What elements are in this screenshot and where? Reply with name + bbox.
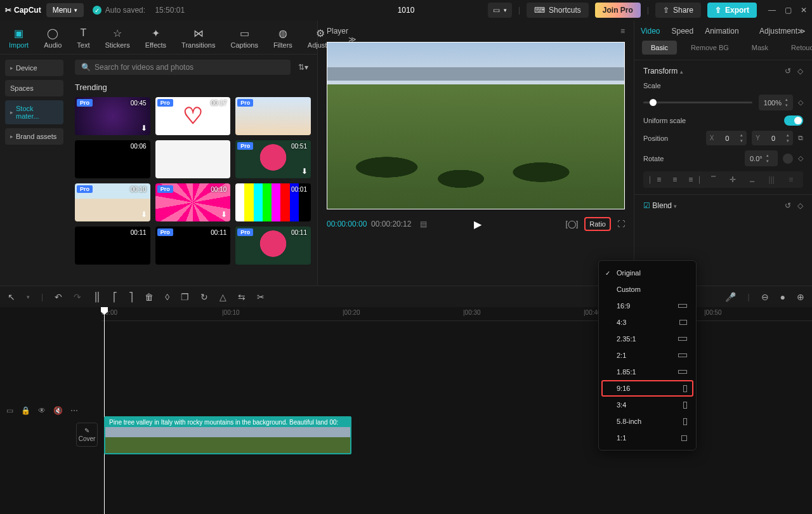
delete-icon[interactable]: 🗑: [145, 292, 154, 302]
play-button[interactable]: ▶: [474, 218, 481, 230]
tab-effects[interactable]: ✦Effects: [143, 24, 169, 54]
cover-button[interactable]: ✎ Cover: [76, 423, 98, 447]
rotate-dial[interactable]: [783, 154, 793, 164]
marker-icon[interactable]: ◊: [165, 292, 169, 302]
track-video-icon[interactable]: ▭: [6, 406, 13, 415]
ratio-item-34[interactable]: 3:4: [599, 397, 696, 413]
align-hcenter-icon[interactable]: ≡: [668, 175, 683, 184]
tab-stickers[interactable]: ☆Stickers: [103, 24, 133, 54]
zoom-in-icon[interactable]: ⊕: [797, 292, 804, 302]
search-input[interactable]: 🔍Search for videos and photos: [75, 60, 291, 75]
ratio-button[interactable]: Ratio: [584, 217, 611, 231]
timeline-ruler[interactable]: 00:00|00:10|00:20|00:30|00:40|00:50: [102, 307, 812, 321]
reverse-icon[interactable]: ↻: [200, 292, 208, 302]
ratio-item-11[interactable]: 1:1: [599, 430, 696, 446]
tab-transitions[interactable]: ⋈Transitions: [179, 24, 218, 54]
track-more-icon[interactable]: ⋯: [70, 406, 78, 415]
position-y-input[interactable]: Y▴▾: [752, 131, 793, 145]
media-card[interactable]: Pro00:11: [155, 227, 231, 265]
tab-video[interactable]: Video: [641, 27, 660, 36]
tab-audio[interactable]: ◯Audio: [41, 24, 64, 54]
uniform-scale-toggle[interactable]: [784, 115, 803, 126]
zoom-out-icon[interactable]: ⊖: [761, 292, 769, 302]
media-card[interactable]: Pro00:11: [235, 227, 311, 265]
minimize-icon[interactable]: —: [768, 6, 776, 15]
scale-value[interactable]: 100%▴▾: [759, 95, 793, 110]
media-card[interactable]: Pro00:45⬇: [75, 97, 150, 135]
scale-keyframe-icon[interactable]: ◇: [798, 98, 803, 107]
download-icon[interactable]: ⬇: [301, 167, 308, 176]
share-button[interactable]: ⇪ Share: [655, 3, 701, 18]
safe-zone-icon[interactable]: [◯]: [566, 220, 579, 228]
tab-text[interactable]: TText: [74, 24, 92, 54]
sidebar-item-spaces[interactable]: Spaces: [5, 80, 63, 96]
media-card[interactable]: Pro00:10⬇: [155, 183, 231, 221]
media-card[interactable]: 00:06: [75, 140, 150, 178]
redo-icon[interactable]: ↷: [74, 292, 81, 302]
mic-icon[interactable]: 🎤: [725, 292, 736, 302]
join-pro-button[interactable]: Join Pro: [595, 3, 641, 18]
download-icon[interactable]: ⬇: [141, 124, 147, 133]
player-viewport[interactable]: [327, 42, 625, 209]
warning-icon[interactable]: △: [219, 292, 226, 302]
fullscreen-icon[interactable]: ⛶: [617, 220, 625, 228]
distribute-v-icon[interactable]: ≡: [784, 175, 799, 184]
ratio-item-21[interactable]: 2:1: [599, 347, 696, 364]
sidebar-item-stock[interactable]: ▸Stock mater...: [5, 100, 63, 124]
sidebar-item-brand[interactable]: ▸Brand assets: [5, 128, 63, 145]
media-card[interactable]: Pro: [235, 97, 311, 135]
keyframe-icon[interactable]: ◇: [797, 67, 803, 76]
align-top-icon[interactable]: ⎺: [707, 175, 721, 184]
media-card[interactable]: 00:11: [75, 227, 150, 265]
export-button[interactable]: ⇪ Export: [707, 3, 757, 18]
close-icon[interactable]: ✕: [801, 6, 807, 15]
sidebar-item-device[interactable]: ▸Device: [5, 60, 63, 76]
download-icon[interactable]: ⬇: [141, 210, 147, 219]
tab-speed[interactable]: Speed: [671, 27, 693, 36]
subtab-mask[interactable]: Mask: [743, 41, 777, 55]
tab-captions[interactable]: ▭Captions: [228, 24, 260, 54]
scale-slider[interactable]: [643, 102, 752, 103]
download-icon[interactable]: ⬇: [221, 210, 227, 219]
subtab-retouch[interactable]: Retouch: [782, 41, 812, 55]
copy-icon[interactable]: ❐: [181, 292, 189, 302]
position-x-input[interactable]: X▴▾: [706, 131, 747, 145]
trim-left-icon[interactable]: ⎡: [113, 292, 117, 302]
player-menu-icon[interactable]: ≡: [620, 27, 625, 36]
subtab-basic[interactable]: Basic: [642, 41, 677, 55]
aspect-preset-button[interactable]: ▭ ▾: [488, 3, 512, 18]
menu-button[interactable]: Menu ▾: [46, 3, 84, 17]
project-title[interactable]: 1010: [398, 6, 415, 15]
track-visible-icon[interactable]: 👁: [38, 406, 46, 415]
reset-icon[interactable]: ↺: [785, 67, 791, 76]
rotate-keyframe-icon[interactable]: ◇: [798, 154, 803, 162]
media-card[interactable]: Pro00:17⬇: [155, 97, 231, 135]
align-bottom-icon[interactable]: ⎽: [745, 175, 760, 184]
crop-icon[interactable]: ✂: [257, 292, 265, 302]
link-icon[interactable]: ⧉: [798, 134, 803, 142]
ratio-item-2351[interactable]: 2.35:1: [599, 331, 696, 347]
blend-keyframe-icon[interactable]: ◇: [797, 201, 803, 210]
maximize-icon[interactable]: ▢: [785, 6, 792, 15]
track-mute-icon[interactable]: 🔇: [53, 406, 63, 415]
align-left-icon[interactable]: ⎸≡: [648, 175, 663, 184]
ratio-item-916[interactable]: 9:16: [601, 380, 693, 397]
ratio-item-1851[interactable]: 1.85:1: [599, 364, 696, 380]
shortcuts-button[interactable]: ⌨ Shortcuts: [527, 3, 589, 18]
tab-adjustment-insp[interactable]: Adjustment≫: [759, 27, 806, 36]
blend-reset-icon[interactable]: ↺: [785, 201, 791, 210]
media-card[interactable]: Pro00:10⬇: [75, 183, 150, 221]
ratio-item-custom[interactable]: Custom: [599, 281, 696, 298]
subtab-removebg[interactable]: Remove BG: [682, 41, 738, 55]
quality-icon[interactable]: ▤: [420, 220, 427, 228]
timeline-clip[interactable]: Pine tree valley in Italy with rocky mou…: [104, 416, 351, 454]
split-icon[interactable]: ⎥⎢: [93, 292, 102, 302]
ratio-item-169[interactable]: 16:9: [599, 298, 696, 314]
pointer-tool-icon[interactable]: ↖: [8, 292, 15, 302]
distribute-h-icon[interactable]: |||: [764, 175, 779, 184]
mirror-icon[interactable]: ⇆: [238, 292, 246, 302]
media-card[interactable]: Pro00:51⬇: [235, 140, 311, 178]
ratio-item-43[interactable]: 4:3: [599, 314, 696, 331]
tab-import[interactable]: ▣Import: [6, 24, 31, 54]
media-card[interactable]: 00:01: [235, 183, 311, 221]
